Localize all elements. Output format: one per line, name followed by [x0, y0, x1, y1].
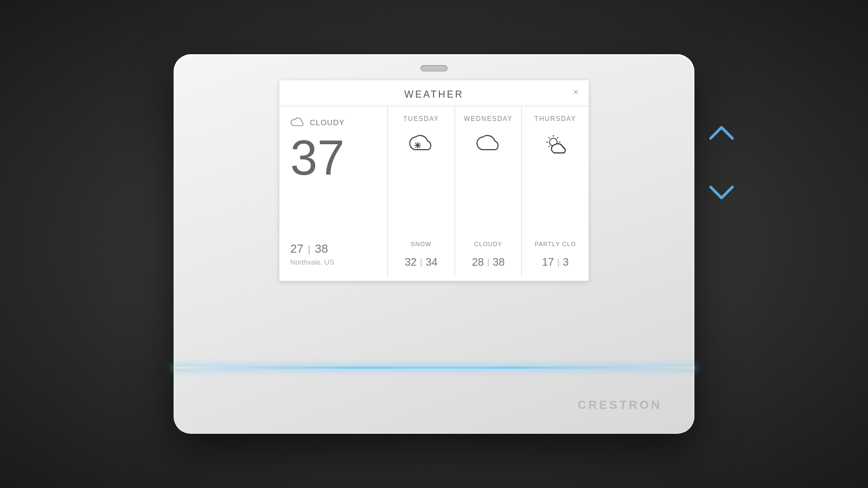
- day-icon-wednesday: [473, 130, 503, 160]
- blue-glow-strip: [174, 367, 694, 369]
- screen: × WEATHER CLOUDY 37: [279, 80, 589, 281]
- forecast-day-wednesday: WEDNESDAY CLOUDY 28 | 38: [455, 106, 522, 277]
- day-temps-thursday: 17 | 3: [542, 256, 569, 268]
- wed-low: 28: [472, 256, 484, 268]
- current-temp-range: 27 | 38: [290, 242, 376, 256]
- condition-label: CLOUDY: [310, 118, 344, 127]
- day-icon-tuesday: [406, 130, 436, 160]
- thu-low: 17: [542, 256, 554, 268]
- forecast-day-thursday: THURSDAY: [522, 106, 589, 277]
- forecast-day-tuesday: TUESDAY SNOW 32: [388, 106, 455, 277]
- day-name-wednesday: WEDNESDAY: [464, 115, 513, 123]
- current-temperature: 37: [290, 133, 376, 182]
- cloud-icon: [290, 117, 305, 128]
- nav-down-button[interactable]: [705, 179, 738, 206]
- close-button[interactable]: ×: [568, 85, 583, 100]
- tue-low: 32: [405, 256, 417, 268]
- svg-line-12: [557, 137, 558, 138]
- brand-label: CRESTRON: [578, 398, 662, 412]
- thu-high: 3: [563, 256, 569, 268]
- tue-high: 34: [425, 256, 437, 268]
- day-temps-tuesday: 32 | 34: [405, 256, 438, 268]
- current-condition: CLOUDY: [290, 117, 376, 128]
- forecast-container: TUESDAY SNOW 32: [388, 106, 589, 277]
- temp-high: 38: [315, 242, 328, 256]
- svg-line-10: [548, 137, 550, 138]
- day-icon-thursday: [540, 130, 571, 160]
- device-frame: × WEATHER CLOUDY 37: [174, 54, 694, 434]
- chevron-up-icon: [709, 123, 735, 143]
- chevron-down-icon: [709, 183, 735, 202]
- temp-low: 27: [290, 242, 303, 256]
- day-condition-wednesday: CLOUDY: [474, 168, 502, 247]
- svg-line-13: [548, 146, 550, 147]
- temp-separator: |: [308, 243, 310, 255]
- current-panel: CLOUDY 37 27 | 38 Northvale, US: [279, 106, 388, 277]
- nav-up-button[interactable]: [705, 119, 738, 146]
- weather-title: WEATHER: [279, 80, 589, 106]
- device-camera: [420, 65, 448, 72]
- day-name-thursday: THURSDAY: [534, 115, 576, 123]
- weather-content: CLOUDY 37 27 | 38 Northvale, US T: [279, 106, 589, 277]
- location-label: Northvale, US: [290, 258, 376, 266]
- day-temps-wednesday: 28 | 38: [472, 256, 505, 268]
- wed-high: 38: [493, 256, 505, 268]
- day-name-tuesday: TUESDAY: [403, 115, 439, 123]
- day-condition-thursday: PARTLY CLO: [534, 168, 576, 247]
- day-condition-tuesday: SNOW: [411, 168, 431, 247]
